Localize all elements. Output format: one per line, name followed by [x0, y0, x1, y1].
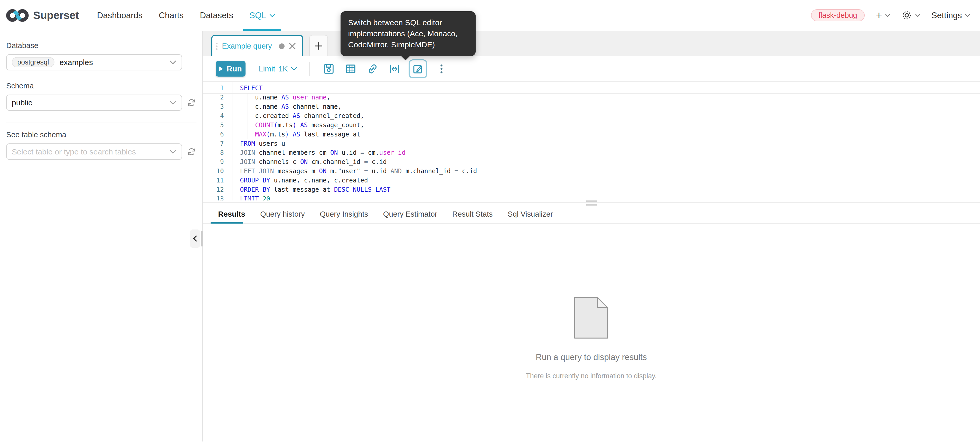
sql-editor-area: Example query Run Limit 1K [203, 31, 980, 442]
code-line[interactable]: JOIN channel_members cm ON u.id = cm.use… [240, 148, 980, 157]
code-line[interactable]: c.created AS channel_created, [240, 111, 980, 121]
code-line[interactable]: LEFT JOIN messages m ON m."user" = u.id … [240, 166, 980, 176]
code-line[interactable]: ORDER BY last_message_at DESC NULLS LAST [240, 185, 980, 194]
schema-select-value: public [12, 98, 32, 107]
close-tab-icon[interactable] [289, 43, 296, 49]
tab-query-history[interactable]: Query history [260, 210, 305, 219]
column-width-icon [388, 63, 400, 75]
table-button[interactable] [345, 63, 356, 75]
code-lines[interactable]: SELECT u.name AS user_name, c.name AS ch… [232, 82, 980, 200]
settings-menu[interactable]: Settings [931, 11, 970, 20]
link-icon [367, 63, 379, 75]
resize-grip-icon[interactable] [586, 200, 597, 205]
refresh-icon[interactable] [186, 147, 196, 157]
code-line[interactable]: GROUP BY u.name, c.name, c.created [240, 176, 980, 185]
line-number: 5 [203, 121, 224, 130]
code-line[interactable]: LIMIT 20 [240, 194, 980, 200]
editor-switch-tooltip: Switch between SQL editor implementation… [340, 11, 476, 56]
active-line-highlight [203, 93, 980, 94]
switch-editor-button[interactable] [409, 59, 428, 78]
tooltip-text: Switch between SQL editor implementation… [348, 18, 458, 49]
schema-label: Schema [6, 82, 196, 90]
active-nav-indicator [243, 29, 281, 30]
results-tab-bar: Results Query history Query Insights Que… [203, 206, 980, 223]
header-right: flask-debug + Settings [811, 0, 980, 31]
table-select-placeholder: Select table or type to search tables [12, 147, 136, 156]
top-nav-bar: Superset Dashboards Charts Datasets SQL … [0, 0, 980, 31]
kebab-menu-icon [436, 63, 447, 75]
tooltip-arrow [401, 56, 410, 61]
plus-icon: + [876, 10, 882, 21]
results-pane: Results Query history Query Insights Que… [203, 206, 980, 442]
settings-label: Settings [931, 11, 962, 20]
spacer [186, 57, 196, 67]
chevron-down-icon [170, 101, 177, 105]
superset-logo[interactable]: Superset [6, 0, 79, 31]
nav-item-sql-label: SQL [249, 11, 266, 20]
caret-down-icon [269, 14, 275, 18]
tab-query-insights[interactable]: Query Insights [320, 210, 368, 219]
save-button[interactable] [323, 63, 335, 75]
add-tab-button[interactable] [309, 35, 328, 56]
collapse-sidebar-button[interactable] [190, 230, 200, 248]
superset-logo-icon [6, 8, 29, 23]
line-number: 13 [203, 194, 224, 200]
nav-item-dashboards[interactable]: Dashboards [89, 0, 151, 31]
active-tab-ink-bar [211, 222, 243, 223]
tab-query-estimator[interactable]: Query Estimator [383, 210, 438, 219]
nav-item-datasets[interactable]: Datasets [192, 0, 242, 31]
tab-result-stats[interactable]: Result Stats [452, 210, 493, 219]
caret-down-icon [885, 14, 890, 17]
limit-dropdown[interactable]: Limit 1K [259, 64, 298, 73]
unsaved-indicator-dot [279, 43, 285, 49]
document-icon [574, 297, 608, 339]
more-menu-button[interactable] [436, 63, 447, 75]
link-button[interactable] [367, 63, 379, 75]
chevron-left-icon [193, 235, 197, 241]
code-line[interactable]: FROM users u [240, 139, 980, 148]
line-number: 9 [203, 157, 224, 166]
tab-results[interactable]: Results [218, 210, 245, 219]
sql-code-editor[interactable]: 12345678910111213 SELECT u.name AS user_… [203, 81, 980, 200]
line-number: 12 [203, 185, 224, 194]
empty-state-subtitle: There is currently no information to dis… [526, 372, 657, 380]
tab-sql-visualizer[interactable]: Sql Visualizer [508, 210, 553, 219]
plus-icon [315, 42, 323, 50]
line-number: 1 [203, 83, 224, 93]
line-number: 6 [203, 130, 224, 139]
code-line[interactable]: COUNT(m.ts) AS message_count, [240, 121, 980, 130]
line-number: 8 [203, 148, 224, 157]
sql-lab-sidebar: Database postgresql examples Schema publ… [0, 31, 203, 442]
column-width-button[interactable] [388, 63, 400, 75]
refresh-icon[interactable] [186, 97, 196, 108]
nav-item-sql[interactable]: SQL [241, 0, 283, 31]
empty-state-title: Run a query to display results [536, 352, 647, 362]
line-number: 7 [203, 139, 224, 148]
code-line[interactable]: SELECT [240, 83, 980, 93]
tab-example-query[interactable]: Example query [212, 35, 303, 56]
nav-item-charts[interactable]: Charts [151, 0, 192, 31]
schema-select[interactable]: public [6, 94, 182, 111]
table-select[interactable]: Select table or type to search tables [6, 144, 182, 160]
code-line[interactable]: MAX(m.ts) AS last_message_at [240, 130, 980, 139]
caret-down-icon [291, 67, 297, 71]
run-button[interactable]: Run [216, 61, 246, 77]
editor-resize-handle[interactable] [203, 200, 980, 205]
edit-icon [412, 63, 424, 75]
run-button-label: Run [227, 64, 242, 73]
code-line[interactable]: JOIN channels c ON cm.channel_id = c.id [240, 157, 980, 166]
database-select-value: examples [60, 58, 93, 67]
code-line[interactable]: c.name AS channel_name, [240, 102, 980, 111]
sun-icon [901, 10, 912, 21]
chevron-down-icon [170, 60, 177, 64]
main-nav: Dashboards Charts Datasets SQL [89, 0, 283, 31]
database-dialect-pill: postgresql [12, 57, 54, 67]
database-select[interactable]: postgresql examples [6, 54, 182, 70]
new-item-dropdown[interactable]: + [876, 10, 890, 21]
environment-badge: flask-debug [811, 9, 864, 21]
caret-down-icon [965, 14, 970, 17]
theme-dropdown[interactable] [901, 10, 920, 21]
sidebar-scrollbar-thumb[interactable] [201, 231, 203, 246]
editor-toolbar: Run Limit 1K [203, 56, 980, 81]
drag-handle-icon[interactable] [216, 43, 218, 50]
